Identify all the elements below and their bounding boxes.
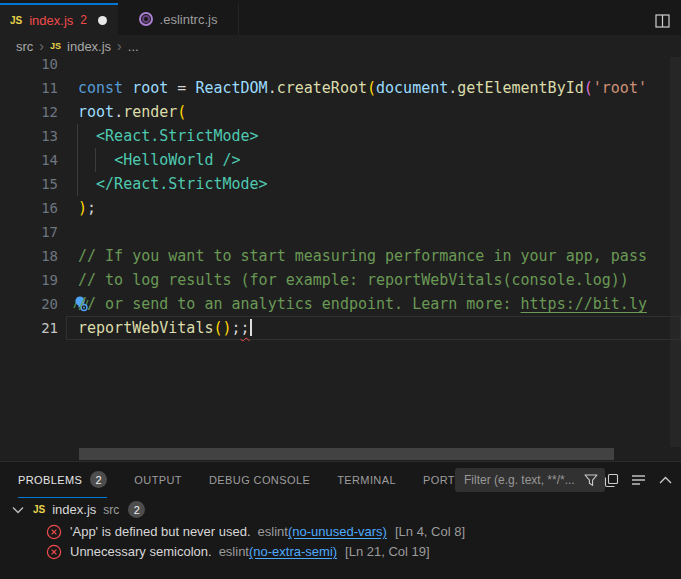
code-line[interactable]: 11const root = ReactDOM.createRoot(docum… — [0, 76, 681, 100]
bottom-panel: PROBLEMS 2 OUTPUT DEBUG CONSOLE TERMINAL… — [0, 461, 681, 579]
line-number[interactable]: 21 — [0, 316, 58, 340]
line-number[interactable]: 14 — [0, 148, 58, 172]
code-line[interactable]: 20// or send to an analytics endpoint. L… — [0, 292, 681, 316]
error-icon — [46, 544, 62, 560]
code-text: ); — [78, 196, 96, 220]
vscode-window: JS index.js 2 .eslintrc.js src › JS inde… — [0, 0, 681, 579]
modified-dot-icon[interactable] — [98, 16, 107, 25]
split-editor-icon[interactable] — [651, 10, 673, 32]
line-number[interactable]: 10 — [0, 57, 58, 76]
horizontal-scrollbar-thumb[interactable] — [79, 448, 614, 460]
tab-terminal[interactable]: TERMINAL — [337, 462, 396, 498]
code-line[interactable]: 16); — [0, 196, 681, 220]
problems-filter — [455, 468, 605, 492]
breadcrumb-symbol[interactable]: ... — [128, 39, 139, 54]
tab-label: index.js — [29, 13, 73, 28]
code-text: // or send to an analytics endpoint. Lea… — [78, 292, 647, 316]
code-text: const root = ReactDOM.createRoot(documen… — [78, 76, 647, 100]
filter-funnel-icon — [584, 474, 598, 487]
code-text: <HelloWorld /> — [78, 148, 241, 172]
tab-index-js[interactable]: JS index.js 2 — [0, 3, 118, 35]
line-number[interactable]: 12 — [0, 100, 58, 124]
chevron-right-icon: › — [39, 39, 44, 53]
code-line[interactable]: 21reportWebVitals();; — [0, 316, 681, 340]
panel-tab-label: OUTPUT — [134, 474, 182, 486]
js-file-icon: JS — [10, 15, 22, 26]
breadcrumb-src[interactable]: src — [16, 39, 33, 54]
js-file-icon: JS — [33, 504, 45, 515]
problem-rule-link[interactable]: (no-unused-vars) — [288, 524, 387, 539]
editor-actions — [651, 10, 673, 32]
problem-rule-link[interactable]: (no-extra-semi) — [249, 544, 337, 559]
code-text: </React.StrictMode> — [78, 172, 268, 196]
problems-file-name: index.js — [52, 502, 96, 517]
code-line[interactable]: 12root.render( — [0, 100, 681, 124]
code-text: // If you want to start measuring perfor… — [78, 244, 647, 268]
line-number[interactable]: 15 — [0, 172, 58, 196]
problems-filter-input[interactable] — [462, 472, 580, 488]
code-line[interactable]: 18// If you want to start measuring perf… — [0, 244, 681, 268]
breadcrumb: src › JS index.js › ... — [0, 35, 681, 57]
problem-location: [Ln 4, Col 8] — [395, 524, 465, 539]
panel-tab-label: PROBLEMS — [18, 474, 82, 486]
code-text: reportWebVitals();; — [78, 316, 252, 340]
tab-eslintrc-js[interactable]: .eslintrc.js — [118, 3, 239, 35]
problems-count-badge: 2 — [90, 471, 107, 488]
panel-tab-label: DEBUG CONSOLE — [209, 474, 310, 486]
tab-output[interactable]: OUTPUT — [134, 462, 182, 498]
panel-tab-label: TERMINAL — [337, 474, 396, 486]
editor-tab-bar: JS index.js 2 .eslintrc.js — [0, 0, 681, 35]
problem-source: eslint — [258, 524, 288, 539]
text-cursor — [250, 319, 252, 336]
tab-label: .eslintrc.js — [160, 12, 218, 27]
problem-row[interactable]: Unnecessary semicolon. eslint (no-extra-… — [0, 541, 681, 562]
file-problems-count-badge: 2 — [128, 501, 145, 518]
line-number[interactable]: 17 — [0, 220, 58, 244]
problem-source: eslint — [219, 544, 249, 559]
panel-tab-bar: PROBLEMS 2 OUTPUT DEBUG CONSOLE TERMINAL… — [0, 462, 463, 498]
problems-file-dir: src — [103, 503, 119, 517]
problem-row[interactable]: 'App' is defined but never used. eslint … — [0, 521, 681, 542]
code-text: <React.StrictMode> — [78, 124, 259, 148]
eslint-file-icon — [139, 12, 153, 26]
error-icon — [46, 524, 62, 540]
problems-file-group-row[interactable]: JS index.js src 2 — [0, 499, 681, 520]
line-number[interactable]: 13 — [0, 124, 58, 148]
code-editor[interactable]: 1011const root = ReactDOM.createRoot(doc… — [0, 57, 681, 447]
breadcrumb-file[interactable]: index.js — [67, 39, 111, 54]
line-number[interactable]: 20 — [0, 292, 58, 316]
code-line[interactable]: 17 — [0, 220, 681, 244]
view-as-table-icon[interactable] — [627, 469, 649, 491]
line-number[interactable]: 19 — [0, 268, 58, 292]
code-text: // to log results (for example: reportWe… — [78, 268, 629, 292]
collapse-all-icon[interactable] — [600, 469, 622, 491]
code-line[interactable]: 19// to log results (for example: report… — [0, 268, 681, 292]
chevron-down-icon[interactable] — [12, 506, 24, 514]
code-line[interactable]: 14 <HelloWorld /> — [0, 148, 681, 172]
chevron-right-icon: › — [117, 39, 122, 53]
line-number[interactable]: 11 — [0, 76, 58, 100]
code-line[interactable]: 15 </React.StrictMode> — [0, 172, 681, 196]
maximize-panel-icon[interactable] — [654, 469, 676, 491]
line-number[interactable]: 18 — [0, 244, 58, 268]
code-line[interactable]: 13 <React.StrictMode> — [0, 124, 681, 148]
tab-problems[interactable]: PROBLEMS 2 — [18, 462, 107, 498]
code-line[interactable]: 10 — [0, 57, 681, 76]
tab-debug-console[interactable]: DEBUG CONSOLE — [209, 462, 310, 498]
panel-action-icons — [600, 469, 676, 491]
line-number[interactable]: 16 — [0, 196, 58, 220]
problem-message: Unnecessary semicolon. — [70, 544, 212, 559]
code-text: root.render( — [78, 100, 186, 124]
tab-problem-count: 2 — [80, 13, 87, 27]
problem-location: [Ln 21, Col 19] — [345, 544, 430, 559]
problem-message: 'App' is defined but never used. — [70, 524, 251, 539]
js-file-icon: JS — [50, 41, 61, 51]
